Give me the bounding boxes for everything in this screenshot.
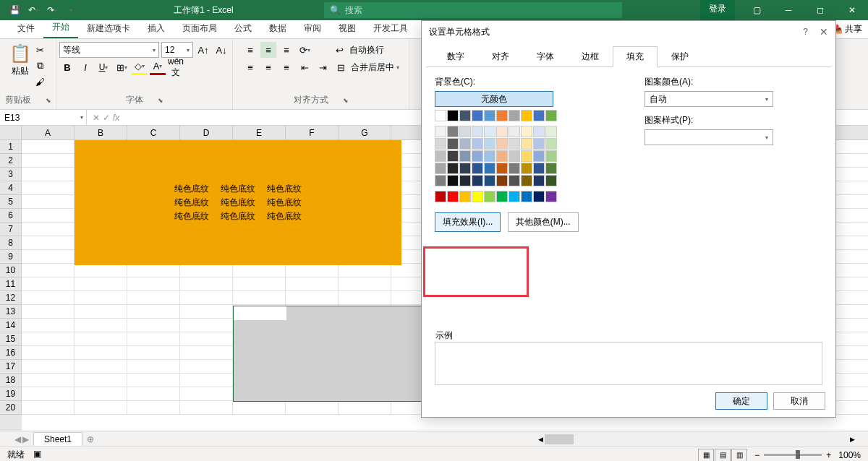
tab-dev[interactable]: 开发工具 bbox=[365, 19, 417, 38]
align-bottom-icon[interactable]: ≡ bbox=[278, 42, 294, 58]
color-swatch[interactable] bbox=[521, 163, 532, 174]
color-swatch[interactable] bbox=[484, 175, 495, 186]
color-swatch[interactable] bbox=[459, 126, 471, 137]
color-swatch[interactable] bbox=[509, 150, 520, 162]
color-swatch[interactable] bbox=[509, 163, 520, 174]
scroll-thumb[interactable] bbox=[545, 434, 574, 444]
row-header[interactable]: 12 bbox=[0, 291, 22, 305]
col-header[interactable]: B bbox=[75, 126, 127, 139]
clipboard-launcher-icon[interactable]: ⬊ bbox=[46, 97, 51, 104]
qat-dropdown-icon[interactable]: ▾ bbox=[62, 1, 80, 19]
color-swatch[interactable] bbox=[472, 163, 483, 174]
tab-review[interactable]: 审阅 bbox=[295, 19, 330, 38]
color-swatch[interactable] bbox=[484, 191, 495, 202]
more-colors-button[interactable]: 其他颜色(M)... bbox=[508, 212, 579, 232]
tab-file[interactable]: 文件 bbox=[9, 19, 43, 38]
pattern-color-select[interactable]: 自动▾ bbox=[644, 91, 773, 107]
merge-button[interactable]: ⊟ bbox=[333, 59, 349, 75]
row-header[interactable]: 9 bbox=[0, 250, 22, 264]
align-middle-icon[interactable]: ≡ bbox=[260, 42, 276, 58]
color-swatch[interactable] bbox=[533, 126, 545, 137]
dialog-close-icon[interactable]: ✕ bbox=[820, 26, 828, 38]
scroll-right-icon[interactable]: ▶ bbox=[850, 436, 855, 443]
wrap-text-button[interactable]: ↩ bbox=[331, 42, 347, 58]
color-swatch[interactable] bbox=[533, 138, 545, 150]
color-swatch[interactable] bbox=[496, 150, 508, 162]
row-header[interactable]: 16 bbox=[0, 346, 22, 360]
row-header[interactable]: 6 bbox=[0, 209, 22, 223]
decrease-font-icon[interactable]: A↓ bbox=[213, 42, 229, 58]
color-swatch[interactable] bbox=[435, 110, 446, 121]
tab-data[interactable]: 数据 bbox=[260, 19, 295, 38]
color-swatch[interactable] bbox=[533, 150, 545, 162]
help-icon[interactable]: ? bbox=[803, 27, 808, 37]
color-swatch[interactable] bbox=[545, 163, 557, 174]
view-normal-icon[interactable]: ▦ bbox=[698, 449, 714, 462]
border-button[interactable]: ⊞▾ bbox=[114, 59, 129, 75]
color-swatch[interactable] bbox=[496, 138, 508, 150]
color-swatch[interactable] bbox=[484, 138, 495, 150]
italic-button[interactable]: I bbox=[77, 59, 93, 75]
fill-effect-button[interactable]: 填充效果(I)... bbox=[435, 212, 501, 232]
tab-formula[interactable]: 公式 bbox=[226, 19, 260, 38]
align-launcher-icon[interactable]: ⬊ bbox=[343, 97, 349, 104]
row-header[interactable]: 15 bbox=[0, 332, 22, 346]
sheet-next-icon[interactable]: ▶ bbox=[22, 434, 29, 444]
color-swatch[interactable] bbox=[472, 191, 483, 202]
tab-home[interactable]: 开始 bbox=[43, 17, 78, 38]
color-swatch[interactable] bbox=[435, 126, 446, 137]
color-swatch[interactable] bbox=[484, 163, 495, 174]
dlg-tab-fill[interactable]: 填充 bbox=[613, 46, 658, 67]
color-swatch[interactable] bbox=[459, 163, 471, 174]
color-swatch[interactable] bbox=[447, 126, 459, 137]
macro-record-icon[interactable]: ▣ bbox=[33, 449, 41, 461]
color-swatch[interactable] bbox=[496, 163, 508, 174]
color-swatch[interactable] bbox=[447, 110, 459, 121]
color-swatch[interactable] bbox=[521, 110, 532, 121]
row-header[interactable]: 18 bbox=[0, 374, 22, 387]
color-swatch[interactable] bbox=[435, 163, 446, 174]
copy-icon[interactable]: ⧉ bbox=[33, 58, 48, 74]
color-swatch[interactable] bbox=[447, 175, 459, 186]
font-launcher-icon[interactable]: ⬊ bbox=[158, 97, 163, 104]
dlg-tab-font[interactable]: 字体 bbox=[523, 46, 568, 67]
select-all-corner[interactable] bbox=[0, 126, 22, 139]
col-header[interactable]: A bbox=[22, 126, 75, 139]
color-swatch[interactable] bbox=[521, 126, 532, 137]
view-pagelayout-icon[interactable]: ▤ bbox=[715, 449, 731, 462]
zoom-level[interactable]: 100% bbox=[838, 450, 861, 460]
row-header[interactable]: 10 bbox=[0, 264, 22, 277]
close-icon[interactable]: ✕ bbox=[836, 0, 868, 20]
orange-range[interactable]: 纯色底纹纯色底纹纯色底纹 纯色底纹纯色底纹纯色底纹 纯色底纹纯色底纹纯色底纹 bbox=[75, 140, 401, 265]
ribbon-options-icon[interactable]: ▢ bbox=[741, 0, 773, 20]
font-color-button[interactable]: A▾ bbox=[150, 59, 166, 75]
color-swatch[interactable] bbox=[509, 175, 520, 186]
dlg-tab-number[interactable]: 数字 bbox=[433, 46, 478, 67]
color-swatch[interactable] bbox=[484, 126, 495, 137]
indent-dec-icon[interactable]: ⇤ bbox=[297, 59, 312, 75]
color-swatch[interactable] bbox=[484, 110, 495, 121]
paste-button[interactable]: 📋 粘贴 bbox=[8, 42, 33, 90]
col-header[interactable]: F bbox=[286, 126, 339, 139]
color-swatch[interactable] bbox=[496, 126, 508, 137]
color-swatch[interactable] bbox=[509, 126, 520, 137]
color-swatch[interactable] bbox=[509, 191, 520, 202]
minimize-icon[interactable]: ─ bbox=[773, 0, 804, 20]
color-swatch[interactable] bbox=[521, 191, 532, 202]
zoom-slider[interactable] bbox=[764, 454, 822, 456]
cancel-button[interactable]: 取消 bbox=[773, 392, 825, 410]
align-center-icon[interactable]: ≡ bbox=[260, 59, 276, 75]
color-swatch[interactable] bbox=[545, 110, 557, 121]
ok-button[interactable]: 确定 bbox=[715, 392, 767, 410]
save-icon[interactable]: 💾 bbox=[6, 1, 23, 19]
row-header[interactable]: 4 bbox=[0, 181, 22, 195]
fill-color-button[interactable]: ◇▾ bbox=[132, 59, 148, 75]
tab-layout[interactable]: 页面布局 bbox=[174, 19, 226, 38]
color-swatch[interactable] bbox=[545, 138, 557, 150]
increase-font-icon[interactable]: A↑ bbox=[195, 42, 211, 58]
color-swatch[interactable] bbox=[521, 138, 532, 150]
color-swatch[interactable] bbox=[435, 150, 446, 162]
row-header[interactable]: 1 bbox=[0, 140, 22, 154]
zoom-out-icon[interactable]: − bbox=[754, 450, 760, 460]
color-swatch[interactable] bbox=[459, 175, 471, 186]
